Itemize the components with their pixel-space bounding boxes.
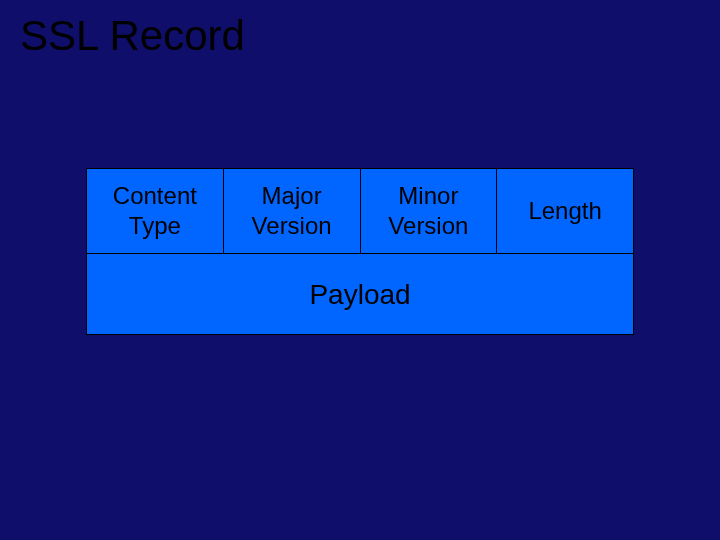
page-title: SSL Record — [20, 12, 245, 60]
cell-major-version: MajorVersion — [223, 169, 360, 254]
ssl-record-diagram: ContentType MajorVersion MinorVersion Le… — [86, 168, 634, 335]
ssl-record-table: ContentType MajorVersion MinorVersion Le… — [86, 168, 634, 335]
header-row: ContentType MajorVersion MinorVersion Le… — [87, 169, 634, 254]
cell-content-type: ContentType — [87, 169, 224, 254]
cell-length: Length — [497, 169, 634, 254]
cell-payload: Payload — [87, 254, 634, 335]
cell-minor-version: MinorVersion — [360, 169, 497, 254]
payload-row: Payload — [87, 254, 634, 335]
